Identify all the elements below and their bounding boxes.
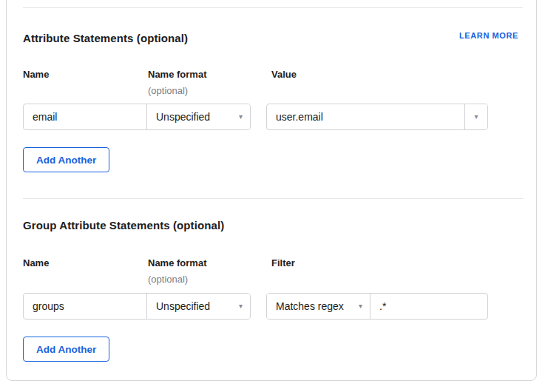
section-divider-top — [23, 7, 523, 8]
group-filter-type-select[interactable]: Matches regex ▾ — [267, 294, 370, 319]
group-filter-value-input[interactable] — [370, 294, 487, 319]
attribute-name-format-select[interactable]: Unspecified ▾ — [147, 104, 250, 129]
attribute-value-input[interactable] — [267, 104, 464, 129]
group-name-format-optional-note: (optional) — [148, 274, 188, 285]
learn-more-link[interactable]: LEARN MORE — [459, 31, 518, 40]
saml-settings-card — [6, 0, 537, 381]
attribute-value-dropdown-toggle[interactable]: ▾ — [465, 104, 487, 129]
group-column-label-filter: Filter — [271, 257, 295, 268]
chevron-down-icon: ▾ — [474, 113, 478, 121]
group-attribute-statements-heading: Group Attribute Statements (optional) — [23, 219, 224, 232]
group-column-label-name-format: Name format — [148, 257, 206, 268]
column-label-name-format: Name format — [148, 69, 206, 80]
section-divider-middle — [23, 198, 523, 199]
settings-panel: Attribute Statements (optional) LEARN MO… — [0, 0, 545, 392]
group-filter-selected-value: Matches regex — [276, 300, 344, 312]
chevron-down-icon: ▾ — [359, 303, 362, 310]
group-name-format-selected-value: Unspecified — [156, 300, 210, 312]
column-label-name: Name — [23, 69, 49, 80]
attribute-name-and-format-group: Unspecified ▾ — [23, 104, 251, 130]
group-name-and-format-group: Unspecified ▾ — [23, 293, 251, 320]
add-another-group-attribute-button[interactable]: Add Another — [23, 337, 109, 362]
chevron-down-icon: ▾ — [239, 113, 243, 121]
attribute-name-input[interactable] — [24, 104, 146, 129]
attribute-statements-heading: Attribute Statements (optional) — [23, 32, 188, 44]
group-column-label-name: Name — [23, 257, 49, 268]
column-label-value: Value — [271, 69, 297, 80]
attribute-value-group: ▾ — [266, 104, 488, 130]
name-format-optional-note: (optional) — [148, 85, 188, 96]
attribute-name-format-selected-value: Unspecified — [156, 111, 210, 123]
group-filter-group: Matches regex ▾ — [266, 293, 488, 320]
add-another-attribute-button[interactable]: Add Another — [23, 147, 109, 172]
chevron-down-icon: ▾ — [239, 303, 243, 310]
group-name-format-select[interactable]: Unspecified ▾ — [147, 294, 250, 319]
group-name-input[interactable] — [24, 294, 146, 319]
